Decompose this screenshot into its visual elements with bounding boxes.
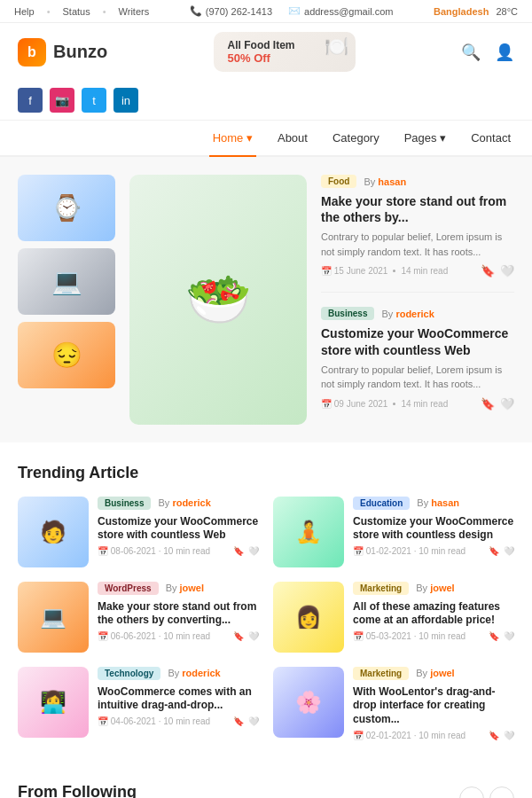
t-footer-6: 📅 02-01-2021 · 10 min read 🔖 🤍 [353,731,514,740]
article-date-2: 📅 09 June 2021 14 min read [321,399,448,409]
logo[interactable]: b Bunzo [18,38,107,66]
t-heart-6[interactable]: 🤍 [504,731,514,740]
logo-text: Bunzo [53,42,107,62]
t-footer-5: 📅 04-06-2021 · 10 min read 🔖 🤍 [98,716,259,726]
article-title-1[interactable]: Make your store stand out from the other… [321,193,514,225]
t-bookmark-5[interactable]: 🔖 [233,716,244,726]
heart-icon-1[interactable]: 🤍 [500,264,514,278]
t-bookmark-2[interactable]: 🔖 [489,546,499,556]
trending-card-1: 🧑 Business By roderick Customize your Wo… [18,497,259,567]
article-footer-1: 📅 15 June 2021 14 min read 🔖 🤍 [321,264,514,278]
article-tag-1[interactable]: Food [321,175,356,188]
hero-articles: Food By hasan Make your store stand out … [321,175,514,425]
article-meta-1: Food By hasan [321,175,514,188]
nav-home[interactable]: Home ▾ [209,121,256,157]
t-icons-1: 🔖 🤍 [233,546,259,556]
t-heart-1[interactable]: 🤍 [248,546,259,556]
trending-card-4: 👩 Marketing By jowel All of these amazin… [273,582,514,653]
article-actions-2: 🔖 🤍 [481,397,514,411]
banner-image: 🍽️ [325,35,348,59]
twitter-btn[interactable]: t [82,88,106,113]
article-tag-2[interactable]: Business [321,307,374,320]
trending-thumb-1[interactable]: 🧑 [18,497,89,567]
t-tag-5[interactable]: Technology [98,667,160,680]
t-footer-1: 📅 08-06-2021 · 10 min read 🔖 🤍 [98,546,259,556]
t-title-6[interactable]: With WooLentor's drag-and-drop interface… [353,685,514,727]
t-tag-6[interactable]: Marketing [353,667,409,680]
t-author-3: By jowel [166,583,204,593]
t-title-5[interactable]: WooCommerce comes with an intuitive drag… [98,685,259,713]
header-banner[interactable]: All Food Item 50% Off 🍽️ [214,32,356,72]
t-heart-5[interactable]: 🤍 [248,716,259,726]
trending-thumb-2[interactable]: 🧘 [273,497,344,567]
t-title-3[interactable]: Make your store stand out from the other… [98,600,259,628]
t-date-2: 📅 01-02-2021 · 10 min read [353,546,466,556]
t-bookmark-4[interactable]: 🔖 [489,631,499,641]
writers-link[interactable]: Writers [119,6,150,17]
trending-img-1: 🧑 [18,497,89,567]
t-tag-4[interactable]: Marketing [353,582,409,595]
trending-card-3: 💻 WordPress By jowel Make your store sta… [18,582,259,653]
t-bookmark-6[interactable]: 🔖 [489,731,499,740]
heart-icon-2[interactable]: 🤍 [500,397,514,411]
nav-about[interactable]: About [274,121,311,157]
trending-thumb-5[interactable]: 👩‍💻 [18,667,89,738]
topbar-contact: 📞 (970) 262-1413 ✉️ address@gmail.com [190,5,394,17]
t-icons-5: 🔖 🤍 [233,716,259,726]
t-title-1[interactable]: Customize your WooCommerce store with co… [98,515,259,543]
search-icon[interactable]: 🔍 [461,43,481,62]
article-author-1: By hasan [364,176,406,187]
t-footer-2: 📅 01-02-2021 · 10 min read 🔖 🤍 [353,546,514,556]
hero-article-1: Food By hasan Make your store stand out … [321,175,514,293]
user-icon[interactable]: 👤 [495,43,514,62]
nav-pages[interactable]: Pages ▾ [401,121,450,157]
t-heart-2[interactable]: 🤍 [504,546,514,556]
hero-thumb-3[interactable]: 😔 [18,322,115,388]
t-icons-4: 🔖 🤍 [489,631,514,641]
t-bookmark-1[interactable]: 🔖 [233,546,244,556]
t-heart-3[interactable]: 🤍 [248,631,259,641]
nav-contact[interactable]: Contact [467,121,514,157]
article-actions-1: 🔖 🤍 [481,264,514,278]
prev-arrow[interactable]: ← [459,786,484,798]
trending-content-4: Marketing By jowel All of these amazing … [353,582,514,653]
hero-main-image[interactable]: 🥗 [129,175,307,425]
trending-content-1: Business By roderick Customize your WooC… [98,497,259,567]
email-info: ✉️ address@gmail.com [288,5,393,17]
instagram-btn[interactable]: 📷 [50,88,74,113]
facebook-btn[interactable]: f [18,88,43,113]
from-following-title: From Following [18,783,137,798]
t-title-2[interactable]: Customize your WooCommerce store with co… [353,515,514,543]
t-footer-3: 📅 06-06-2021 · 10 min read 🔖 🤍 [98,631,259,641]
article-author-2: By roderick [381,309,434,319]
trending-thumb-4[interactable]: 👩 [273,582,344,653]
t-footer-4: 📅 05-03-2021 · 10 min read 🔖 🤍 [353,631,514,641]
bookmark-icon-1[interactable]: 🔖 [481,264,495,278]
help-link[interactable]: Help [14,6,35,17]
t-title-4[interactable]: All of these amazing features come at an… [353,600,514,628]
t-tag-2[interactable]: Education [353,497,410,510]
t-author-4: By jowel [416,583,454,593]
t-bookmark-3[interactable]: 🔖 [233,631,244,641]
t-tag-3[interactable]: WordPress [98,582,159,595]
t-meta-4: Marketing By jowel [353,582,514,595]
phone-info: 📞 (970) 262-1413 [190,5,272,17]
status-link[interactable]: Status [62,6,90,17]
trending-img-3: 💻 [18,582,89,653]
trending-thumb-6[interactable]: 🌸 [273,667,344,738]
t-icons-3: 🔖 🤍 [233,631,259,641]
linkedin-btn[interactable]: in [113,88,138,113]
article-title-2[interactable]: Customize your WooCommerce store with co… [321,325,514,357]
bookmark-icon-2[interactable]: 🔖 [481,397,495,411]
article-excerpt-2: Contrary to popular belief, Lorem ipsum … [321,363,514,392]
trending-thumb-3[interactable]: 💻 [18,582,89,653]
navbar: Home ▾ About Category Pages ▾ Contact [0,121,532,157]
trending-content-5: Technology By roderick WooCommerce comes… [98,667,259,740]
trending-card-2: 🧘 Education By hasan Customize your WooC… [273,497,514,567]
t-heart-4[interactable]: 🤍 [504,631,514,641]
next-arrow[interactable]: → [489,786,514,798]
hero-thumb-2[interactable]: 💻 [18,248,115,315]
hero-thumb-1[interactable]: ⌚ [18,175,115,241]
nav-category[interactable]: Category [329,121,383,157]
t-tag-1[interactable]: Business [98,497,151,510]
